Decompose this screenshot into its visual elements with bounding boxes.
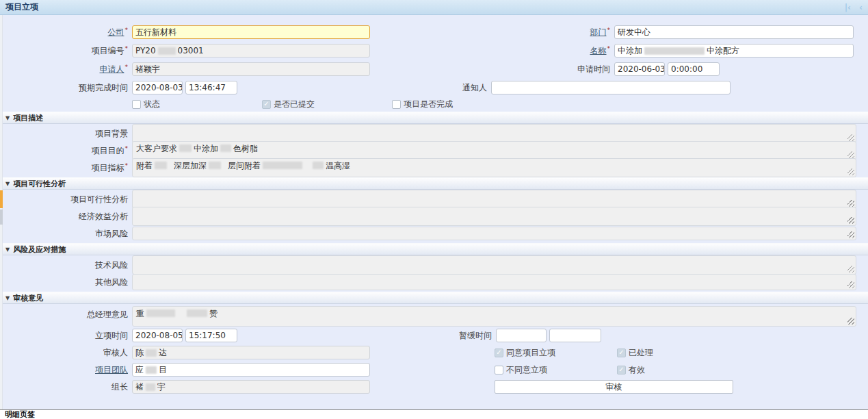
resize-handle[interactable]: [847, 168, 854, 175]
approval-date-input[interactable]: 2020-08-05: [132, 329, 183, 342]
splitter-thumb-gray[interactable]: [0, 210, 3, 225]
left-splitter[interactable]: [0, 15, 3, 409]
economic-textarea: [132, 207, 856, 226]
check-icon: ✓: [618, 349, 624, 356]
apply-time-input[interactable]: 0:00:00: [668, 62, 720, 76]
name-input[interactable]: 中涂加中涂配方: [614, 44, 854, 58]
detail-tabs-label: 明细页签: [5, 409, 35, 419]
team-label-link[interactable]: 项目团队: [95, 365, 128, 374]
checkbox-disagree[interactable]: ✓ 不同意立项: [495, 364, 617, 376]
resize-handle[interactable]: [847, 231, 854, 238]
indicators-textarea: 附着深层加深层间附着温高湿: [132, 158, 856, 177]
team-input[interactable]: 应目: [132, 363, 370, 377]
expected-time-label: 预期完成时间: [0, 82, 132, 94]
required-asterisk: *: [125, 64, 129, 71]
section-feasibility[interactable]: ▼ 项目可行性分析: [0, 177, 868, 190]
review-button[interactable]: 审核: [495, 380, 733, 394]
resize-handle[interactable]: [847, 266, 854, 272]
purpose-textarea: 大客户要求中涂加色树脂: [132, 141, 856, 160]
expected-date-input[interactable]: 2020-08-03: [132, 81, 183, 94]
pause-date-input[interactable]: [496, 329, 547, 342]
checkbox-status[interactable]: ✓ 状态: [132, 99, 262, 110]
company-input[interactable]: 五行新材料: [132, 25, 370, 39]
notifier-label: 通知人: [237, 82, 491, 94]
company-label-link[interactable]: 公司: [108, 27, 124, 37]
valid-checkbox-box: ✓: [617, 366, 626, 374]
leader-input: 褚宇: [132, 380, 370, 394]
team-label: 项目团队: [0, 364, 132, 376]
notifier-input[interactable]: [491, 81, 731, 94]
approval-time-label: 立项时间: [0, 330, 132, 342]
indicators-seg: 深层加深: [174, 161, 207, 170]
title-bar: 项目立项 |‹ ‹: [0, 0, 868, 15]
section-risk-title: 风险及应对措施: [13, 244, 66, 255]
market-risk-textarea: [132, 227, 856, 240]
feasibility-textarea: [132, 190, 856, 209]
status-checkbox-box[interactable]: ✓: [132, 100, 141, 109]
other-risk-label: 其他风险: [0, 277, 132, 288]
required-asterisk: *: [125, 162, 129, 169]
project-no-prefix: PY20: [135, 46, 156, 55]
disagree-checkbox-box[interactable]: ✓: [495, 366, 503, 374]
apply-date-value: 2020-06-03: [618, 64, 665, 74]
redacted-text: [155, 162, 167, 169]
company-label: 公司*: [0, 27, 132, 38]
resize-handle[interactable]: [847, 151, 854, 158]
resize-handle[interactable]: [847, 200, 854, 207]
splitter-thumb-orange[interactable]: [0, 190, 3, 208]
section-risk[interactable]: ▼ 风险及应对措施: [0, 243, 868, 255]
expected-time-input[interactable]: 13:46:47: [185, 81, 237, 94]
applicant-input: 褚颖宇: [132, 62, 370, 76]
department-input[interactable]: 研发中心: [614, 25, 854, 39]
redacted-text: [158, 47, 176, 55]
section-description-title: 项目描述: [13, 113, 43, 123]
apply-time-value: 0:00:00: [671, 64, 702, 74]
section-review[interactable]: ▼ 审核意见: [0, 292, 868, 304]
disagree-checkbox-label: 不同意立项: [506, 364, 547, 376]
first-record-icon[interactable]: |‹: [845, 3, 851, 12]
collapse-triangle-icon: ▼: [5, 295, 10, 301]
resize-handle[interactable]: [847, 134, 854, 141]
name-label-link[interactable]: 名称: [590, 46, 607, 55]
applicant-label-link[interactable]: 申请人: [100, 64, 124, 74]
project-no-label: 项目编号*: [0, 45, 132, 57]
project-no-input: PY2003001: [132, 44, 370, 58]
tech-risk-label: 技术风险: [0, 259, 132, 271]
other-risk-textarea: [132, 274, 856, 290]
check-icon: ✓: [263, 101, 269, 107]
team-seg: 目: [159, 364, 167, 376]
purpose-label: 项目目的*: [0, 145, 132, 157]
expected-date-value: 2020-08-03: [135, 83, 183, 92]
leader-label: 组长: [0, 381, 132, 393]
expected-time-value: 13:46:47: [189, 83, 226, 92]
resize-handle[interactable]: [847, 318, 854, 325]
prev-record-icon[interactable]: ‹: [859, 3, 863, 12]
redacted-text: [220, 144, 231, 152]
reviewer-seg: 达: [159, 347, 167, 359]
department-value: 研发中心: [618, 27, 650, 38]
team-seg: 应: [135, 364, 144, 376]
resize-handle[interactable]: [847, 217, 854, 224]
background-textarea: [132, 124, 856, 143]
indicators-seg: 层间附着: [228, 161, 261, 170]
department-label-link[interactable]: 部门: [590, 27, 607, 37]
name-prefix: 中涂加: [618, 45, 642, 57]
approval-date-value: 2020-08-05: [135, 331, 183, 340]
collapse-triangle-icon: ▼: [5, 181, 10, 187]
project-no-suffix: 03001: [178, 46, 204, 55]
economic-label: 经济效益分析: [0, 211, 132, 223]
apply-date-input[interactable]: 2020-06-03: [614, 62, 665, 76]
redacted-text: [263, 162, 302, 169]
resize-handle[interactable]: [847, 281, 854, 288]
page-title: 项目立项: [5, 1, 38, 13]
checkbox-completed[interactable]: ✓ 项目是否完成: [392, 99, 522, 110]
leader-seg: 宇: [157, 381, 166, 393]
pause-time-input[interactable]: [549, 329, 601, 342]
section-description[interactable]: ▼ 项目描述: [0, 112, 868, 124]
completed-checkbox-box[interactable]: ✓: [392, 100, 401, 109]
applicant-value: 褚颖宇: [135, 64, 160, 75]
form-area: 公司* 五行新材料 部门* 研发中心 项目编号* PY2003001 名称* 中…: [0, 15, 868, 409]
name-suffix: 中涂配方: [707, 45, 739, 57]
checkbox-processed: ✓ 已处理: [617, 347, 747, 359]
approval-time-input[interactable]: 15:17:50: [185, 329, 237, 342]
